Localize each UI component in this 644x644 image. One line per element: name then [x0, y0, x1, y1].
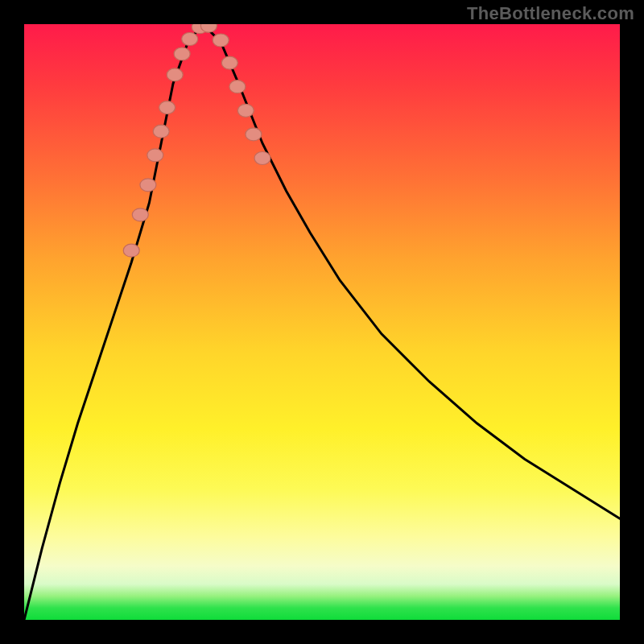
marker-bead [147, 149, 163, 162]
plot-area [24, 24, 620, 620]
chart-frame: TheBottleneck.com [0, 0, 644, 644]
marker-bead [254, 152, 270, 165]
marker-group [123, 24, 270, 257]
marker-bead [182, 33, 198, 46]
marker-bead [174, 47, 190, 60]
marker-bead [159, 101, 175, 114]
marker-bead [213, 34, 229, 47]
bottleneck-curve [24, 24, 620, 620]
chart-svg [24, 24, 620, 620]
marker-bead [140, 179, 156, 192]
marker-bead [132, 208, 148, 221]
marker-bead [246, 128, 262, 141]
marker-bead [221, 56, 237, 69]
watermark-text: TheBottleneck.com [467, 3, 634, 24]
marker-bead [167, 68, 183, 81]
marker-bead [123, 244, 139, 257]
marker-bead [237, 104, 254, 117]
marker-bead [229, 80, 246, 93]
marker-bead [153, 125, 169, 138]
